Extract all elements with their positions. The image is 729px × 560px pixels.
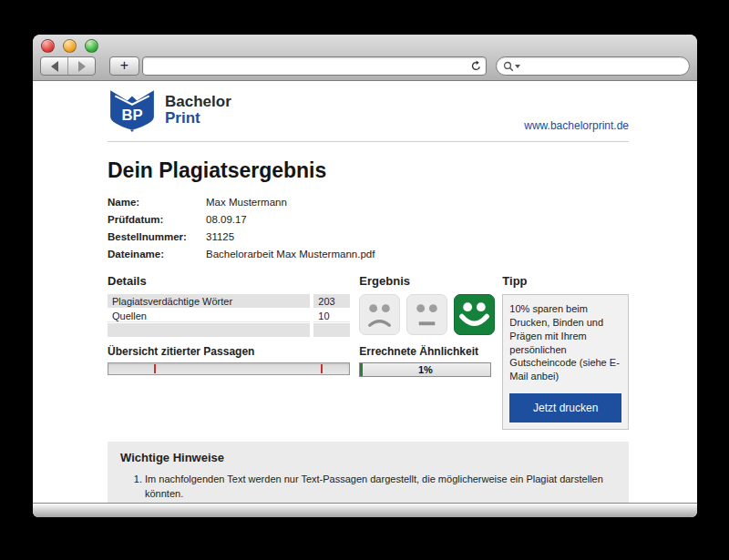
zoom-window-button[interactable] (85, 39, 98, 53)
details-heading: Details (108, 274, 350, 288)
print-now-button[interactable]: Jetzt drucken (509, 393, 621, 423)
report-info: Name: Max Mustermann Prüfdatum: 08.09.17… (108, 197, 629, 260)
neutral-smiley-icon (406, 294, 447, 335)
bachelorprint-logo-icon: BP (108, 88, 157, 132)
page-header: BP Bachelor Print www.bachelorprint.de (108, 87, 629, 142)
logo-wordmark: Bachelor Print (165, 94, 231, 127)
tip-text: 10% sparen beim Drucken, Binden und Präg… (509, 302, 621, 383)
forward-arrow-icon (78, 61, 86, 72)
cited-passages-heading: Übersicht zitierter Passagen (108, 345, 350, 358)
table-row (108, 323, 350, 337)
smiley-scale (359, 294, 491, 335)
tip-section: Tipp 10% sparen beim Drucken, Binden und… (502, 274, 629, 430)
info-label: Name: (108, 197, 206, 208)
info-label: Bestellnummer: (108, 231, 206, 242)
info-value: Bachelorarbeit Max Mustermann.pdf (206, 249, 375, 260)
details-section: Details Plagiatsverdächtige Wörter 203 Q… (108, 274, 350, 430)
notes-list: Im nachfolgenden Text werden nur Text-Pa… (120, 473, 616, 503)
info-row-dateiname: Dateiname: Bachelorarbeit Max Mustermann… (108, 249, 629, 260)
info-value: 08.09.17 (206, 214, 247, 225)
table-row: Quellen 10 (108, 309, 350, 322)
address-input[interactable] (143, 59, 466, 73)
result-section: Ergebnis (359, 274, 491, 430)
similarity-bar: 1% (359, 362, 491, 377)
happy-smiley-icon-active (454, 294, 495, 335)
reload-icon (470, 60, 482, 72)
detail-label: Plagiatsverdächtige Wörter (108, 294, 310, 308)
similarity-fill (360, 363, 363, 376)
address-bar (142, 56, 487, 76)
browser-status-bar (33, 503, 697, 517)
reload-button[interactable] (466, 60, 486, 72)
search-icon (503, 61, 514, 72)
important-notes-box: Wichtige Hinweise Im nachfolgenden Text … (108, 442, 629, 503)
cited-passages-bar (108, 362, 350, 375)
passage-mark (321, 364, 323, 373)
sad-smiley-icon (359, 294, 400, 335)
search-bar (496, 56, 690, 76)
browser-window: + (33, 35, 697, 517)
info-value: 31125 (206, 231, 234, 242)
notes-heading: Wichtige Hinweise (120, 451, 616, 464)
detail-value: 10 (313, 309, 350, 322)
forward-button[interactable] (67, 57, 95, 75)
result-heading: Ergebnis (359, 274, 491, 288)
detail-label: Quellen (108, 309, 310, 322)
similarity-value: 1% (418, 364, 433, 375)
window-controls (41, 39, 98, 53)
svg-text:BP: BP (121, 107, 142, 124)
back-arrow-icon (51, 61, 58, 72)
note-item: Im nachfolgenden Text werden nur Text-Pa… (145, 473, 616, 502)
back-button[interactable] (41, 57, 67, 75)
detail-value: 203 (313, 294, 350, 308)
info-row-name: Name: Max Mustermann (108, 197, 629, 208)
info-label: Prüfdatum: (108, 214, 206, 225)
browser-chrome: + (33, 35, 697, 81)
page-title: Dein Plagiatsergebnis (108, 158, 629, 183)
search-input[interactable] (520, 59, 683, 73)
page-content: BP Bachelor Print www.bachelorprint.de D… (33, 81, 697, 503)
close-window-button[interactable] (41, 39, 55, 53)
new-tab-button[interactable]: + (109, 56, 139, 76)
passage-mark (154, 364, 156, 373)
table-row: Plagiatsverdächtige Wörter 203 (108, 294, 350, 308)
logo-word-print: Print (165, 110, 231, 127)
logo-word-bachelor: Bachelor (165, 94, 231, 110)
detail-value (313, 323, 350, 337)
info-value: Max Mustermann (206, 197, 287, 208)
tip-box: 10% sparen beim Drucken, Binden und Präg… (502, 294, 629, 430)
bachelorprint-logo: BP Bachelor Print (108, 88, 231, 132)
minimize-window-button[interactable] (63, 39, 77, 53)
summary-columns: Details Plagiatsverdächtige Wörter 203 Q… (108, 274, 629, 430)
navigation-buttons (40, 56, 96, 76)
info-row-bestellnummer: Bestellnummer: 31125 (108, 231, 629, 242)
website-link[interactable]: www.bachelorprint.de (524, 119, 629, 132)
info-row-pruefdatum: Prüfdatum: 08.09.17 (108, 214, 629, 225)
similarity-heading: Errechnete Ähnlichkeit (359, 345, 491, 358)
info-label: Dateiname: (108, 249, 206, 260)
tip-heading: Tipp (502, 274, 629, 288)
browser-toolbar: + (40, 56, 690, 76)
detail-label (108, 323, 310, 337)
